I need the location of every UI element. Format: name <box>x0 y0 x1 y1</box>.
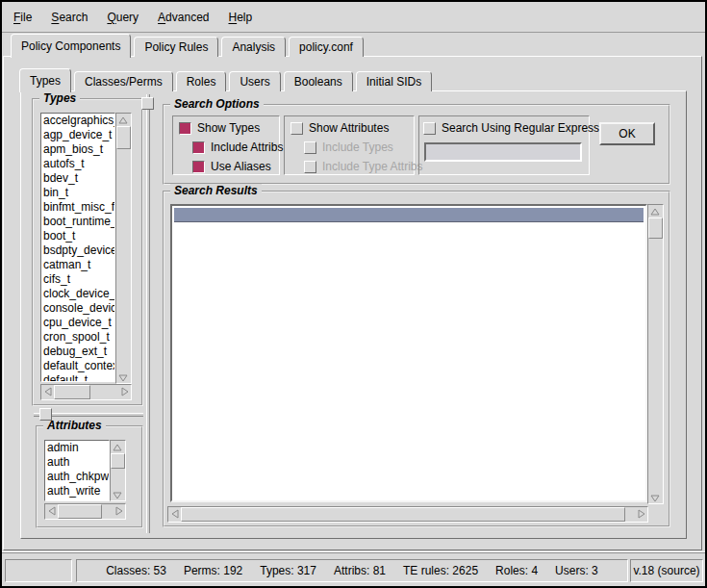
scroll-up-button[interactable] <box>116 114 129 126</box>
status-stat-perms: Perms: 192 <box>184 564 242 577</box>
main-vertical-sash[interactable] <box>146 94 150 533</box>
menu-item-advanced[interactable]: Advanced <box>148 6 218 29</box>
scroll-left-button[interactable] <box>41 385 54 397</box>
type-list-item[interactable]: default_context <box>41 359 114 373</box>
attribute-list-item[interactable]: auth_chkpwd <box>45 470 109 484</box>
scroll-up-button[interactable] <box>648 205 661 217</box>
type-list-item[interactable]: bin_t <box>41 186 114 200</box>
type-list-item[interactable]: console_device <box>41 301 114 316</box>
type-list-item[interactable]: autofs_t <box>41 157 114 171</box>
type-list-item[interactable]: apm_bios_t <box>41 142 114 157</box>
scrollbar-trough[interactable] <box>111 453 125 488</box>
down-arrow-icon <box>112 489 123 500</box>
left-arrow-icon <box>42 386 54 397</box>
attributes-horizontal-scrollbar[interactable] <box>44 503 126 520</box>
scrollbar-thumb[interactable] <box>116 126 131 149</box>
type-list-item[interactable]: boot_t <box>41 229 114 243</box>
type-list-item[interactable]: agp_device_t <box>41 128 114 142</box>
type-list-item[interactable]: clock_device_t <box>41 287 114 301</box>
up-arrow-icon <box>112 442 123 453</box>
scroll-down-button[interactable] <box>648 491 661 503</box>
show-attributes-checkbox[interactable]: Show Attributes <box>290 120 389 136</box>
scrollbar-thumb[interactable] <box>648 217 663 239</box>
type-list-item[interactable]: catman_t <box>41 258 114 272</box>
search-results-textarea[interactable] <box>170 204 647 502</box>
attributes-vertical-scrollbar[interactable] <box>110 440 126 501</box>
menu-item-help[interactable]: Help <box>218 6 262 29</box>
scrollbar-thumb[interactable] <box>111 453 125 469</box>
regex-optbox: Search Using Regular Expression <box>418 115 590 175</box>
subtab-classes-perms[interactable]: Classes/Perms <box>74 71 173 91</box>
scrollbar-trough[interactable] <box>116 126 131 371</box>
scroll-right-button[interactable] <box>635 507 647 520</box>
scrollbar-trough[interactable] <box>181 507 635 522</box>
attributes-listbox[interactable]: adminauthauth_chkpwdauth_write <box>44 440 110 501</box>
include-type-attribs-checkbox-label: Include Type Attribs <box>322 160 423 173</box>
results-horizontal-scrollbar[interactable] <box>167 506 648 523</box>
scroll-up-button[interactable] <box>111 441 123 453</box>
types-groupbox: Types accelgraphics_eagp_device_tapm_bio… <box>32 98 143 406</box>
results-vertical-scrollbar[interactable] <box>647 204 664 504</box>
attribute-list-item[interactable]: auth <box>45 455 109 470</box>
main-sash-handle[interactable] <box>141 97 154 110</box>
status-stat-te-rules: TE rules: 2625 <box>403 564 478 577</box>
subtab-types[interactable]: Types <box>19 68 71 92</box>
attribute-list-item[interactable]: admin <box>45 441 109 455</box>
menu-item-query[interactable]: Query <box>97 6 148 29</box>
app-window: FileSearchQueryAdvancedHelp Policy Compo… <box>0 0 707 588</box>
scrollbar-thumb[interactable] <box>181 507 625 522</box>
attribute-list-item[interactable]: auth_write <box>45 484 109 499</box>
subtab-users[interactable]: Users <box>229 71 280 91</box>
tab-policy-conf[interactable]: policy.conf <box>289 37 364 57</box>
scrollbar-thumb[interactable] <box>54 385 90 399</box>
scroll-left-button[interactable] <box>168 507 181 520</box>
tab-analysis[interactable]: Analysis <box>221 37 286 57</box>
type-list-item[interactable]: cpu_device_t <box>41 316 114 330</box>
ok-button[interactable]: OK <box>599 122 655 145</box>
regex-checkbox-label: Search Using Regular Expression <box>442 121 615 135</box>
type-list-item[interactable]: cron_spool_t <box>41 330 114 345</box>
left-arrow-icon <box>169 508 181 520</box>
include-types-checkbox: Include Types <box>304 140 393 155</box>
scroll-down-button[interactable] <box>116 371 129 383</box>
use-aliases-checkbox[interactable]: Use Aliases <box>192 159 271 174</box>
type-list-item[interactable]: boot_runtime_t <box>41 215 114 229</box>
status-stats-box: Classes: 53Perms: 192Types: 317Attribs: … <box>76 559 628 582</box>
menu-item-search[interactable]: Search <box>41 6 97 29</box>
status-stat-types: Types: 317 <box>260 564 316 577</box>
show-types-checkbox[interactable]: Show Types <box>179 120 260 136</box>
types-vertical-scrollbar[interactable] <box>115 113 132 384</box>
type-list-item[interactable]: default_t <box>41 373 114 382</box>
type-list-item[interactable]: accelgraphics_e <box>41 114 114 128</box>
up-arrow-icon <box>117 115 129 126</box>
scrollbar-thumb[interactable] <box>58 504 102 519</box>
include-attribs-checkbox-indicator <box>192 141 205 154</box>
type-list-item[interactable]: cifs_t <box>41 272 114 287</box>
menu-item-file[interactable]: File <box>4 6 41 29</box>
subtab-initial-sids[interactable]: Initial SIDs <box>356 71 432 91</box>
scrollbar-trough[interactable] <box>58 504 113 519</box>
type-list-item[interactable]: bsdpty_device_ <box>41 243 114 258</box>
scroll-right-button[interactable] <box>113 504 125 517</box>
type-list-item[interactable]: binfmt_misc_fs <box>41 200 114 215</box>
type-list-item[interactable]: debug_ext_t <box>41 345 114 359</box>
types-horizontal-scrollbar[interactable] <box>40 384 132 400</box>
regex-checkbox[interactable]: Search Using Regular Expression <box>423 120 615 136</box>
type-list-item[interactable]: bdev_t <box>41 171 114 186</box>
scrollbar-trough[interactable] <box>648 217 663 491</box>
tab-policy-components[interactable]: Policy Components <box>11 34 131 58</box>
left-pane-sash-handle[interactable] <box>39 408 52 421</box>
scrollbar-trough[interactable] <box>54 385 118 399</box>
scroll-right-button[interactable] <box>118 385 131 397</box>
include-attribs-checkbox[interactable]: Include Attribs <box>192 140 283 155</box>
tab-policy-rules[interactable]: Policy Rules <box>134 37 218 57</box>
attributes-groupbox: Attributes adminauthauth_chkpwdauth_writ… <box>36 425 143 528</box>
subtab-roles[interactable]: Roles <box>176 71 227 91</box>
types-listbox[interactable]: accelgraphics_eagp_device_tapm_bios_taut… <box>40 113 115 382</box>
attributes-group-title: Attributes <box>43 419 106 432</box>
subtab-booleans[interactable]: Booleans <box>284 71 353 91</box>
scroll-left-button[interactable] <box>45 504 58 517</box>
scroll-down-button[interactable] <box>111 488 123 500</box>
down-arrow-icon <box>649 492 661 503</box>
search-options-group-title: Search Options <box>170 97 264 111</box>
